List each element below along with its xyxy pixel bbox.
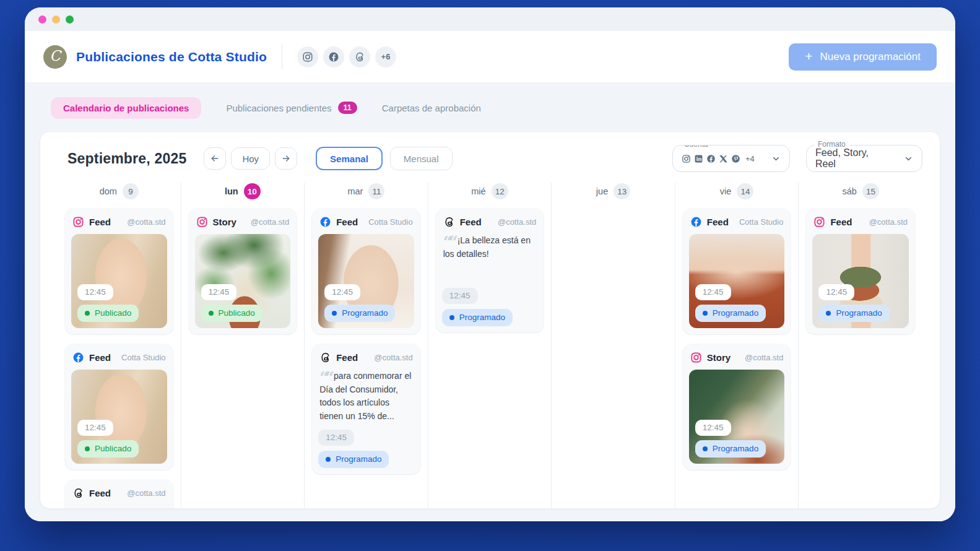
post-type: Feed xyxy=(830,217,852,227)
post-card[interactable]: Feed Cotta Studio 12:45 Publicado xyxy=(65,344,173,470)
header-divider xyxy=(282,45,282,69)
post-card-header: Feed @cotta.std xyxy=(318,350,414,370)
app-header: C Publicaciones de Cotta Studio +6 Nueva… xyxy=(25,31,955,83)
weekly-view-button[interactable]: Semanal xyxy=(316,147,383,170)
post-card[interactable]: Story @cotta.std 12:45 Programado xyxy=(683,344,791,470)
day-name: vie xyxy=(720,186,732,196)
post-image: 12:45 Publicado xyxy=(195,234,291,328)
calendar-column-jue: jue 13 xyxy=(552,183,675,509)
maximize-window-button[interactable] xyxy=(66,15,74,24)
post-account: @cotta.std xyxy=(127,217,165,227)
post-account: Cotta Studio xyxy=(739,217,784,227)
arrow-right-icon xyxy=(281,154,291,163)
close-window-button[interactable] xyxy=(38,15,46,24)
day-header-vie: vie 14 xyxy=(683,183,791,200)
minimize-window-button[interactable] xyxy=(52,15,60,24)
new-schedule-button[interactable]: Nueva programaciónt xyxy=(789,43,937,71)
post-account: Cotta Studio xyxy=(121,353,166,362)
post-time: 12:45 xyxy=(324,284,360,300)
status-dot-icon xyxy=(826,311,831,316)
app-window: C Publicaciones de Cotta Studio +6 Nueva… xyxy=(25,7,955,521)
today-button[interactable]: Hoy xyxy=(231,147,270,170)
day-number: 14 xyxy=(737,183,753,199)
tab-calendar-label: Calendario de publicaciones xyxy=(63,103,189,113)
account-filter-select[interactable]: Cuenta +4 xyxy=(672,145,790,172)
post-time: 12:45 xyxy=(695,284,731,300)
facebook-icon[interactable] xyxy=(323,46,344,67)
post-type: Story xyxy=(707,352,731,363)
week-grid: dom 9 Feed @cotta.std 12:45 Publicado xyxy=(58,183,922,509)
pending-count-badge: 11 xyxy=(338,102,357,115)
post-card[interactable]: Feed @cotta.std 12:45 Programado xyxy=(806,209,915,334)
monthly-label: Mensual xyxy=(404,154,439,164)
post-card[interactable]: Story @cotta.std 12:45 Publicado xyxy=(189,209,297,334)
tab-approval-folders[interactable]: Carpetas de aprobación xyxy=(382,103,481,113)
post-card[interactable]: Feed @cotta.std ¡La belleza está en los … xyxy=(436,209,544,332)
post-card[interactable]: Feed Cotta Studio 12:45 Programado xyxy=(312,209,420,334)
weekly-label: Semanal xyxy=(330,154,368,164)
post-card[interactable]: Feed @cotta.std 12:45 Publicado xyxy=(65,209,173,334)
account-filter-more: +4 xyxy=(745,154,755,163)
post-type: Story xyxy=(213,217,236,227)
format-filter-select[interactable]: Formato Feed, Story, Reel xyxy=(806,145,922,172)
threads-icon xyxy=(72,487,84,499)
threads-icon[interactable] xyxy=(349,46,370,67)
post-type: Feed xyxy=(89,217,111,227)
day-name: mié xyxy=(471,186,485,196)
post-account: @cotta.std xyxy=(745,353,783,362)
tab-pending[interactable]: Publicaciones pendientes 11 xyxy=(226,102,357,115)
status-badge: Programado xyxy=(695,305,766,322)
post-card[interactable]: Feed Cotta Studio 12:45 Programado xyxy=(683,209,791,334)
post-image: 12:45 Programado xyxy=(318,234,414,328)
post-image: 12:45 Publicado xyxy=(71,234,167,328)
day-header-jue: jue 13 xyxy=(559,183,667,200)
day-name: jue xyxy=(596,186,608,196)
day-header-mar: mar 11 xyxy=(312,183,420,200)
instagram-icon xyxy=(72,216,84,228)
post-type: Feed xyxy=(89,352,111,363)
post-account: @cotta.std xyxy=(498,217,536,227)
post-type: Feed xyxy=(336,352,358,363)
calendar-column-lun: lun 10 Story @cotta.std 12:45 Publica xyxy=(181,183,305,509)
tab-pending-label: Publicaciones pendientes xyxy=(226,103,331,113)
post-card[interactable]: Feed @cotta.std para conmemorar el Día d… xyxy=(312,344,420,474)
post-text: para conmemorar el Día del Consumidor, t… xyxy=(318,370,414,430)
linkedin-icon xyxy=(694,154,703,163)
post-account: Cotta Studio xyxy=(368,217,413,227)
prev-week-button[interactable] xyxy=(204,147,226,170)
post-type: Feed xyxy=(336,217,358,227)
post-account: @cotta.std xyxy=(251,217,289,227)
calendar-column-mar: mar 11 Feed Cotta Studio 12:45 Progra xyxy=(305,183,428,509)
status-dot-icon xyxy=(449,315,454,320)
post-card-header: Feed @cotta.std xyxy=(442,215,538,234)
status-dot-icon xyxy=(703,311,708,316)
plus-icon xyxy=(805,50,812,64)
instagram-icon xyxy=(690,352,702,363)
day-header-lun-today: lun 10 xyxy=(189,183,297,200)
tab-calendar[interactable]: Calendario de publicaciones xyxy=(51,97,201,119)
day-name: lun xyxy=(225,186,238,196)
tab-folders-label: Carpetas de aprobación xyxy=(382,103,481,113)
post-time: 12:45 xyxy=(818,284,854,300)
calendar-panel: Septiembre, 2025 Hoy Semanal xyxy=(40,131,940,509)
calendar-toolbar: Septiembre, 2025 Hoy Semanal xyxy=(58,144,922,173)
facebook-icon xyxy=(72,352,84,363)
tab-bar: Calendario de publicaciones Publicacione… xyxy=(51,97,940,119)
instagram-icon[interactable] xyxy=(297,46,318,67)
calendar-column-sab: sáb 15 Feed @cotta.std 12:45 Programa xyxy=(799,183,922,509)
more-accounts-chip[interactable]: +6 xyxy=(375,46,396,67)
post-time: 12:45 xyxy=(201,284,237,300)
post-time: 12:45 xyxy=(77,420,113,436)
post-card[interactable]: Feed @cotta.std xyxy=(65,480,173,509)
more-accounts-count: +6 xyxy=(381,52,391,61)
next-week-button[interactable] xyxy=(275,147,297,170)
facebook-icon xyxy=(706,154,716,163)
pinterest-icon xyxy=(731,154,740,163)
month-title: Septiembre, 2025 xyxy=(67,150,186,167)
day-number-today: 10 xyxy=(244,183,261,199)
brand-avatar: C xyxy=(43,45,67,69)
status-badge: Publicado xyxy=(201,305,262,322)
status-badge: Publicado xyxy=(77,440,139,458)
format-filter-value: Feed, Story, Reel xyxy=(815,147,900,170)
monthly-view-button[interactable]: Mensual xyxy=(390,147,453,170)
